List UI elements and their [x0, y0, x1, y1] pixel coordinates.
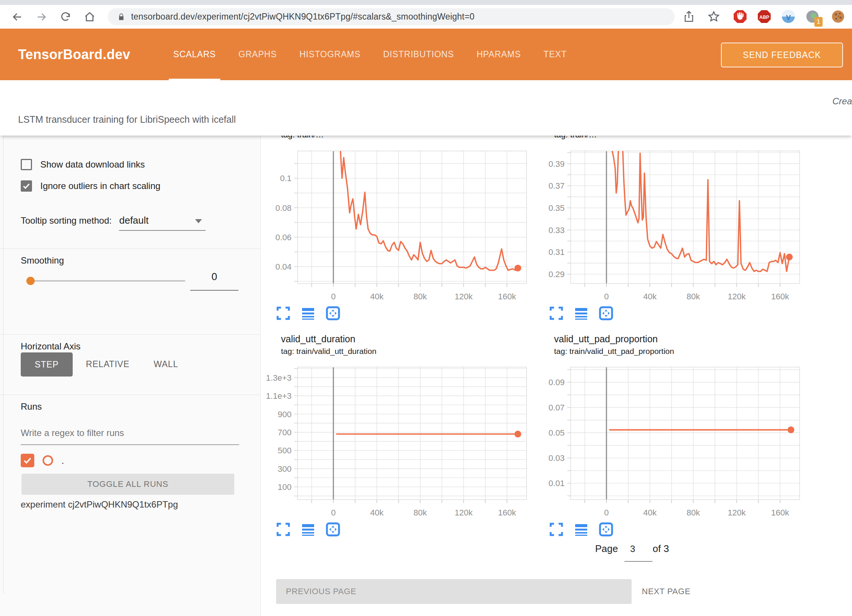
chart-plot[interactable]: 1003005007009001.1e+31.3e+3040k80k120k16… [264, 358, 527, 520]
run-checkbox[interactable] [21, 454, 34, 467]
cookie-extension-icon[interactable] [831, 9, 845, 24]
fullscreen-icon[interactable] [276, 306, 291, 321]
page-number-input[interactable]: 3 [620, 541, 646, 554]
svg-text:160k: 160k [498, 292, 516, 301]
back-icon[interactable] [11, 10, 24, 24]
runs-regex-input[interactable]: Write a regex to filter runs [21, 428, 124, 438]
vimium-extension-icon[interactable]: V [781, 9, 796, 24]
chart-header: valid_utt_pad_proportion tag: train/vali… [537, 331, 800, 358]
vimium-label: V [786, 14, 791, 21]
fullscreen-icon[interactable] [549, 306, 564, 321]
smoothing-slider-thumb[interactable] [26, 277, 35, 285]
svg-text:0: 0 [604, 292, 609, 301]
smoothing-slider[interactable] [30, 280, 185, 282]
lock-icon [118, 12, 125, 21]
page-label: Page [595, 543, 618, 555]
tab-histograms[interactable]: HISTOGRAMS [288, 29, 372, 80]
svg-text:160k: 160k [771, 508, 789, 517]
fullscreen-icon[interactable] [549, 522, 564, 537]
show-download-links-checkbox[interactable]: Show data download links [21, 159, 145, 170]
toggle-all-runs-button[interactable]: TOGGLE ALL RUNS [21, 474, 234, 495]
svg-text:0.08: 0.08 [275, 203, 292, 213]
chart-plot[interactable]: 0.010.030.050.070.09040k80k120k160k [537, 358, 800, 520]
address-bar[interactable]: tensorboard.dev/experiment/cj2vtPiwQHKN9… [108, 8, 675, 25]
svg-text:120k: 120k [455, 508, 473, 517]
svg-text:40k: 40k [643, 292, 657, 301]
svg-text:80k: 80k [687, 292, 700, 301]
svg-text:0.04: 0.04 [275, 262, 292, 271]
svg-text:0.31: 0.31 [548, 247, 565, 257]
tab-hparams[interactable]: HPARAMS [465, 29, 532, 80]
data-lines-icon[interactable] [301, 306, 316, 321]
pan-zoom-icon[interactable] [325, 522, 340, 537]
divider [0, 249, 260, 249]
tab-distributions[interactable]: DISTRIBUTIONS [372, 29, 465, 80]
chart-title: valid_utt_duration [281, 334, 527, 345]
experiment-title: LSTM transducer training for LibriSpeech… [18, 114, 236, 125]
pan-zoom-icon[interactable] [599, 306, 614, 321]
app-logo[interactable]: TensorBoard.dev [18, 47, 130, 63]
axis-wall-button[interactable]: WALL [154, 359, 178, 369]
run-row: . [21, 454, 64, 467]
run-color-swatch [43, 455, 53, 466]
svg-text:700: 700 [278, 428, 292, 437]
bookmark-star-icon[interactable] [707, 10, 720, 23]
runs-heading: Runs [21, 401, 42, 412]
svg-text:100: 100 [278, 482, 292, 492]
send-feedback-button[interactable]: SEND FEEDBACK [721, 43, 843, 67]
axis-step-button[interactable]: STEP [21, 352, 73, 377]
next-page-button[interactable]: NEXT PAGE [642, 579, 690, 604]
svg-text:900: 900 [278, 410, 292, 419]
abp-extension-icon[interactable]: ABP [757, 9, 771, 24]
horizontal-axis-heading: Horizontal Axis [21, 341, 81, 352]
runs-regex-underline [21, 444, 239, 445]
previous-page-button[interactable]: PREVIOUS PAGE [276, 579, 632, 604]
browser-tab-strip [0, 0, 852, 5]
divider [0, 395, 260, 395]
chart-toolbar [537, 521, 800, 538]
tooltip-sorting-dropdown[interactable]: default [119, 215, 206, 231]
svg-text:80k: 80k [687, 508, 700, 517]
tab-graphs[interactable]: GRAPHS [227, 29, 288, 80]
pan-zoom-icon[interactable] [599, 522, 614, 537]
svg-text:160k: 160k [498, 508, 516, 517]
checkbox-unchecked-icon[interactable] [21, 159, 32, 170]
adblock-extension-icon[interactable] [733, 9, 747, 24]
svg-text:160k: 160k [771, 292, 789, 301]
tab-scalars[interactable]: SCALARS [162, 29, 227, 80]
share-icon[interactable] [683, 10, 695, 23]
svg-text:500: 500 [278, 446, 292, 455]
chart-toolbar [537, 305, 800, 322]
chart-title: valid_utt_pad_proportion [554, 334, 800, 345]
svg-text:1.1e+3: 1.1e+3 [266, 391, 292, 401]
experiment-header: Created LSTM transducer training for Lib… [0, 80, 852, 136]
chart-plot[interactable]: 0.040.060.080.1040k80k120k160k [264, 142, 527, 303]
chart-tag: tag: train/valid_utt_pad_proportion [554, 347, 800, 356]
settings-sidebar: Show data download links Ignore outliers… [0, 136, 261, 616]
privacy-extension-icon[interactable]: 1 [805, 9, 820, 24]
axis-relative-button[interactable]: RELATIVE [86, 359, 130, 369]
svg-text:0.37: 0.37 [548, 181, 565, 191]
data-lines-icon[interactable] [574, 306, 589, 321]
chart-header: valid_utt_duration tag: train/valid_utt_… [264, 331, 527, 358]
forward-icon[interactable] [35, 10, 48, 24]
chart-plot[interactable]: 0.290.310.330.350.370.39040k80k120k160k [537, 142, 800, 303]
url-text: tensorboard.dev/experiment/cj2vtPiwQHKN9… [131, 12, 475, 22]
svg-text:0.33: 0.33 [548, 226, 565, 235]
data-lines-icon[interactable] [574, 522, 589, 537]
pan-zoom-icon[interactable] [325, 306, 340, 321]
created-date-clipped: Created [832, 96, 852, 107]
ignore-outliers-checkbox[interactable]: Ignore outliers in chart scaling [21, 180, 160, 192]
home-icon[interactable] [83, 10, 96, 24]
svg-text:0.1: 0.1 [280, 174, 292, 183]
chart-tag: tag: train/valid_utt_duration [281, 347, 527, 356]
data-lines-icon[interactable] [301, 522, 316, 537]
fullscreen-icon[interactable] [276, 522, 291, 537]
reload-icon[interactable] [59, 10, 72, 24]
smoothing-heading: Smoothing [21, 255, 64, 266]
smoothing-value-input[interactable]: 0 [190, 271, 238, 283]
svg-text:0.39: 0.39 [548, 159, 565, 169]
tab-text[interactable]: TEXT [532, 29, 578, 80]
svg-text:40k: 40k [370, 292, 384, 301]
checkbox-checked-icon[interactable] [21, 180, 32, 192]
